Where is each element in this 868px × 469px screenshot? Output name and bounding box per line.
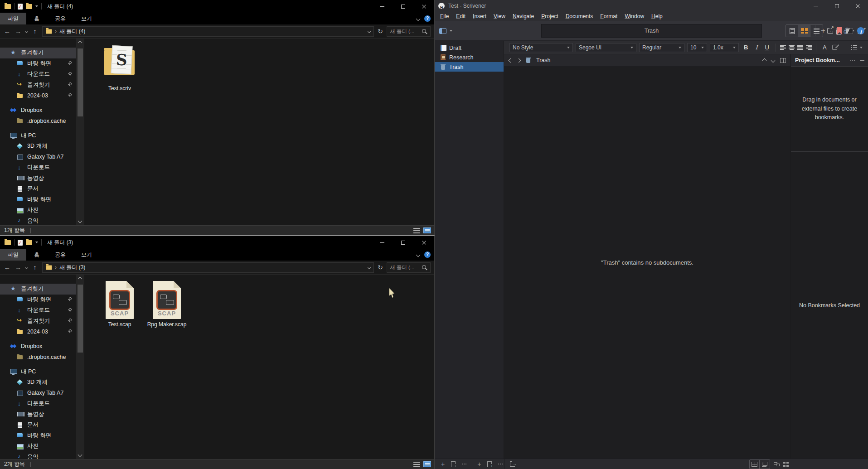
ribbon-tab[interactable]: 공유 [47,249,73,261]
previous-document-icon[interactable] [762,58,767,63]
menu-item[interactable]: Format [596,12,621,20]
list-format-button[interactable] [851,45,857,50]
sidebar-scrollbar[interactable] [76,275,84,459]
binder-item[interactable]: Trash [435,62,504,72]
sidebar-item[interactable]: 다운로드 [0,69,76,80]
binder-item[interactable]: Draft [435,43,504,53]
bold-button[interactable]: B [742,44,750,51]
sidebar-item[interactable]: 사진 [0,205,76,216]
maximize-button[interactable] [393,236,413,249]
up-button[interactable]: ↑ [31,264,39,271]
arrange-by-icon[interactable] [774,462,780,467]
font-variant-dropdown[interactable]: Regular [639,43,684,52]
corkboard-area[interactable]: "Trash" contains no subdocuments. [504,67,790,459]
menu-item[interactable]: Insert [469,12,490,20]
align-right-button[interactable] [806,45,812,50]
bookmarks-drop-area[interactable]: Drag in documents or external files to c… [791,67,868,152]
minimize-button[interactable] [372,0,393,13]
font-size-dropdown[interactable]: 10 [687,43,707,52]
close-button[interactable] [413,0,434,13]
sidebar-item[interactable]: 다운로드 [0,305,76,316]
binder-add-document-button[interactable] [451,461,456,467]
outliner-view-button[interactable] [810,25,823,37]
maximize-button[interactable] [393,0,413,13]
sidebar-item[interactable]: 음악 [0,216,76,226]
sidebar-item[interactable]: 동영상 [0,409,76,420]
scroll-up-icon[interactable] [78,277,82,281]
editor-more-options-icon[interactable] [498,463,504,465]
folder-icon[interactable] [5,4,11,9]
menu-item[interactable]: Edit [452,12,469,20]
stacked-mode-button[interactable] [760,460,770,469]
back-button[interactable]: ← [4,28,11,34]
line-spacing-dropdown[interactable]: 1.0x [710,43,739,52]
next-document-icon[interactable] [771,58,776,63]
align-justify-button[interactable] [797,45,803,50]
scrollbar-thumb[interactable] [78,285,83,353]
menu-item[interactable]: Project [538,12,562,20]
properties-check-icon[interactable] [18,4,23,10]
menu-item[interactable]: Help [648,12,666,20]
italic-button[interactable]: I [753,44,760,51]
recent-locations-icon[interactable] [25,266,28,269]
sidebar-item[interactable]: 즐겨찾기 [0,316,76,327]
details-view-button[interactable] [413,462,420,467]
file-item[interactable]: SCAP Rpg Maker.scap [144,281,189,328]
ribbon-tab[interactable]: 홈 [26,13,47,24]
close-button[interactable] [847,0,868,12]
sidebar-item[interactable]: 문서 [0,420,76,430]
sidebar-item[interactable]: 다운로드 [0,398,76,409]
up-button[interactable]: ↑ [31,28,39,34]
address-dropdown-icon[interactable] [368,266,371,269]
folder-icon[interactable] [5,240,11,245]
ribbon-tab[interactable]: 홈 [26,249,47,261]
maximize-button[interactable] [826,0,847,12]
sidebar-item[interactable]: 다운로드 [0,162,76,173]
sidebar-item[interactable]: 내 PC [0,367,76,377]
chevron-down-icon[interactable] [35,242,38,243]
scroll-up-icon[interactable] [78,41,82,45]
inspector-info-icon[interactable] [857,27,864,34]
scrollbar-thumb[interactable] [78,48,83,116]
sidebar-item[interactable]: 바탕 화면 [0,58,76,69]
refresh-button[interactable]: ↻ [378,264,383,271]
sidebar-item[interactable]: 3D 개체 [0,141,76,152]
ribbon-tab[interactable]: 공유 [47,13,73,24]
align-left-button[interactable] [780,45,786,50]
forward-button[interactable]: → [15,28,22,34]
refresh-button[interactable]: ↻ [378,28,383,34]
sidebar-item[interactable]: Dropbox [0,105,76,116]
corkboard-view-button[interactable] [798,25,810,37]
minimize-button[interactable] [372,236,393,249]
sidebar-scrollbar[interactable] [76,39,84,225]
chevron-down-icon[interactable] [35,5,38,7]
ribbon-tab[interactable]: 보기 [73,249,100,261]
more-options-icon[interactable] [850,59,856,61]
sidebar-item[interactable]: 바탕 화면 [0,194,76,205]
thumbnail-view-button[interactable] [423,227,431,233]
properties-check-icon[interactable] [18,240,23,246]
sidebar-item[interactable]: Galaxy Tab A7 [0,388,76,399]
new-folder-icon[interactable] [26,240,32,245]
scroll-down-icon[interactable] [78,453,82,457]
editor-add-document-button[interactable] [487,461,492,467]
close-button[interactable] [413,236,434,249]
text-color-button[interactable]: A [820,44,829,51]
ribbon-tab[interactable]: 파일 [0,13,26,24]
compose-mode-icon[interactable] [846,28,853,34]
ribbon-collapse-icon[interactable] [416,252,421,257]
sidebar-item[interactable]: 2024-03 [0,90,76,101]
sidebar-item[interactable]: 동영상 [0,173,76,184]
align-center-button[interactable] [789,45,795,50]
card-size-icon[interactable] [783,462,789,467]
menu-item[interactable]: Navigate [509,12,538,20]
editor-add-button[interactable]: + [477,461,481,467]
sidebar-item[interactable]: Galaxy Tab A7 [0,152,76,163]
ribbon-tab[interactable]: 파일 [0,249,26,261]
minimize-button[interactable] [805,0,826,12]
sidebar-item[interactable]: 3D 개체 [0,377,76,388]
sidebar-item[interactable]: .dropbox.cache [0,352,76,363]
sidebar-item[interactable]: Dropbox [0,341,76,352]
history-back-icon[interactable] [509,58,513,63]
document-view-button[interactable] [786,25,798,37]
